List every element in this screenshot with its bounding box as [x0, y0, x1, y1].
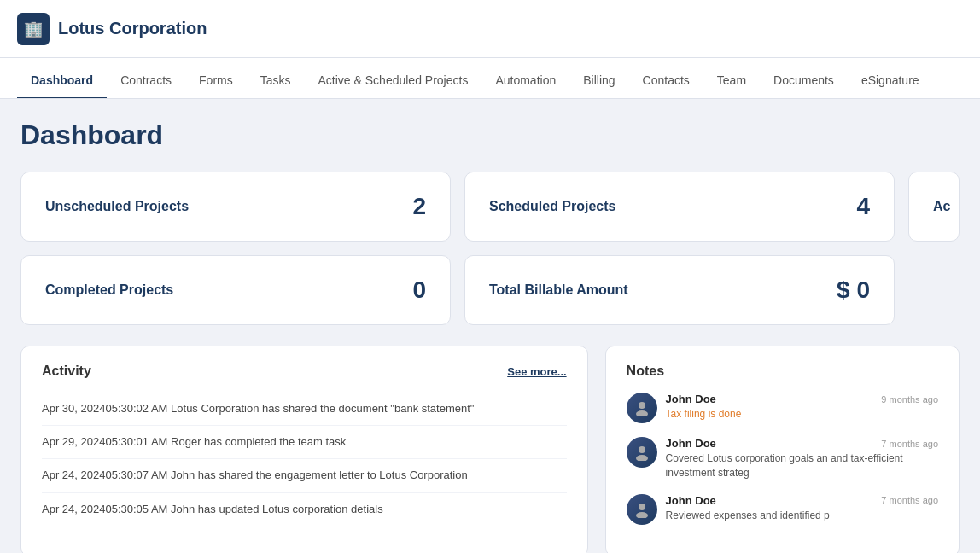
svg-point-0 [639, 402, 645, 409]
note-author: John Doe [666, 393, 716, 405]
svg-point-3 [636, 455, 648, 461]
tab-forms[interactable]: Forms [185, 63, 247, 99]
svg-point-5 [636, 512, 648, 518]
activity-title: Activity [42, 364, 91, 379]
active-partial-label: Ac [933, 199, 950, 214]
unscheduled-projects-card: Unscheduled Projects 2 [20, 172, 451, 242]
see-more-link[interactable]: See more... [507, 365, 566, 378]
company-name: Lotus Corporation [58, 19, 207, 38]
note-author: John Doe [666, 494, 716, 507]
completed-value: 0 [412, 276, 426, 304]
tab-documents[interactable]: Documents [760, 63, 848, 99]
activity-item: Apr 29, 202405:30:01 AM Roger has comple… [42, 426, 567, 459]
tab-esignature[interactable]: eSignature [848, 63, 933, 99]
tab-contacts[interactable]: Contacts [629, 63, 703, 99]
notes-title: Notes [627, 364, 938, 379]
note-content: John Doe 9 months ago Tax filing is done [666, 393, 938, 423]
note-author: John Doe [666, 437, 716, 450]
main-content: Dashboard Unscheduled Projects 2 Schedul… [0, 99, 980, 553]
tab-contracts[interactable]: Contracts [107, 63, 185, 99]
activity-header: Activity See more... [42, 364, 567, 379]
note-time: 9 months ago [881, 394, 938, 405]
logo-icon: 🏢 [17, 13, 50, 45]
scheduled-label: Scheduled Projects [489, 199, 616, 214]
note-item: John Doe 7 months ago Reviewed expenses … [627, 494, 938, 525]
logo-wrapper: 🏢 Lotus Corporation [17, 13, 207, 45]
svg-point-2 [639, 446, 645, 453]
tab-tasks[interactable]: Tasks [247, 63, 305, 99]
note-meta: John Doe 7 months ago [666, 437, 938, 450]
page-title: Dashboard [20, 119, 960, 151]
svg-point-1 [636, 410, 648, 416]
billable-amount-card: Total Billable Amount $ 0 [464, 255, 895, 325]
note-item: John Doe 9 months ago Tax filing is done [627, 393, 938, 423]
note-content: John Doe 7 months ago Covered Lotus corp… [666, 437, 938, 480]
tab-automation[interactable]: Automation [481, 63, 569, 99]
nav-bar: Dashboard Contracts Forms Tasks Active &… [0, 58, 980, 99]
stats-row-1: Unscheduled Projects 2 Scheduled Project… [20, 172, 960, 242]
billable-label: Total Billable Amount [489, 282, 628, 298]
notes-card: Notes John Doe 9 months ago Tax filing i… [605, 346, 960, 553]
unscheduled-label: Unscheduled Projects [45, 199, 189, 214]
note-time: 7 months ago [881, 495, 938, 505]
unscheduled-value: 2 [412, 193, 426, 220]
avatar [627, 393, 657, 423]
tab-active-scheduled[interactable]: Active & Scheduled Projects [305, 63, 482, 99]
note-time: 7 months ago [881, 439, 938, 449]
tab-dashboard[interactable]: Dashboard [17, 63, 107, 99]
avatar [627, 437, 657, 468]
header: 🏢 Lotus Corporation [0, 0, 980, 58]
billable-value: $ 0 [837, 276, 870, 304]
active-partial-card: Ac [908, 172, 960, 242]
tab-billing[interactable]: Billing [569, 63, 628, 99]
activity-item: Apr 24, 202405:30:07 AM John has shared … [42, 459, 567, 492]
activity-card: Activity See more... Apr 30, 202405:30:0… [20, 346, 588, 553]
note-text: Tax filing is done [666, 407, 938, 422]
stats-row-2: Completed Projects 0 Total Billable Amou… [20, 255, 960, 325]
note-meta: John Doe 7 months ago [666, 494, 938, 507]
note-text: Reviewed expenses and identified p [666, 509, 938, 523]
note-content: John Doe 7 months ago Reviewed expenses … [666, 494, 938, 525]
completed-projects-card: Completed Projects 0 [20, 255, 451, 325]
svg-point-4 [639, 504, 645, 510]
note-meta: John Doe 9 months ago [666, 393, 938, 405]
completed-label: Completed Projects [45, 282, 173, 298]
bottom-grid: Activity See more... Apr 30, 202405:30:0… [20, 346, 960, 553]
spacer [908, 255, 960, 325]
scheduled-projects-card: Scheduled Projects 4 [464, 172, 895, 242]
activity-item: Apr 24, 202405:30:05 AM John has updated… [42, 493, 567, 526]
avatar [627, 494, 657, 525]
note-item: John Doe 7 months ago Covered Lotus corp… [627, 437, 938, 480]
scheduled-value: 4 [856, 193, 870, 220]
note-text: Covered Lotus corporation goals an and t… [666, 451, 938, 480]
tab-team[interactable]: Team [703, 63, 760, 99]
activity-item: Apr 30, 202405:30:02 AM Lotus Corporatio… [42, 393, 567, 426]
